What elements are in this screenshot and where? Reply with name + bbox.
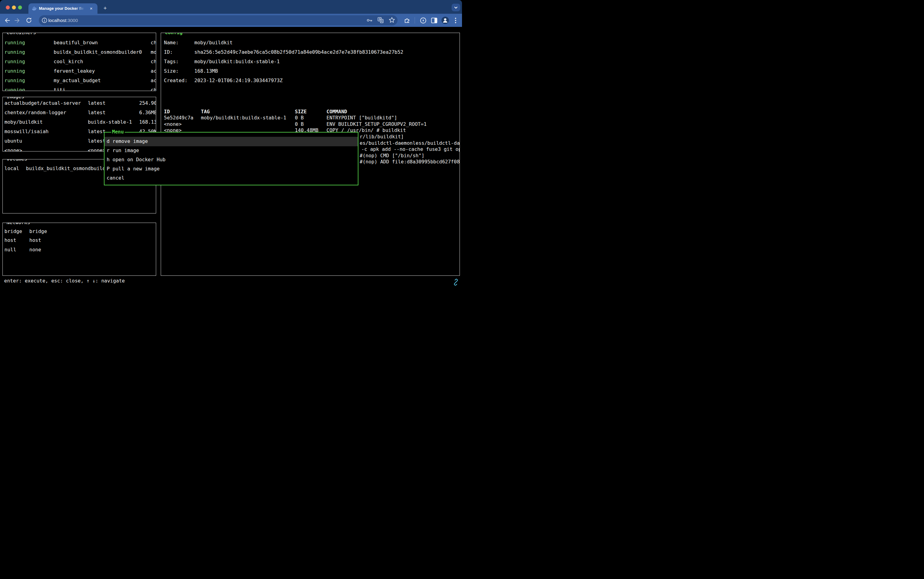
profile-avatar[interactable] [441, 16, 449, 25]
image-row[interactable]: moby/buildkitbuildx-stable-1168.13MB [3, 119, 156, 125]
layer-command: ENTRYPOINT ["buildkitd"] [327, 115, 397, 121]
traffic-light-zoom[interactable] [18, 5, 22, 10]
container-status: running [5, 68, 25, 74]
translate-icon[interactable]: G [377, 17, 384, 25]
container-row[interactable]: runningmy_actual_budgetact [3, 78, 156, 84]
config-field-label: ID: [164, 49, 173, 55]
col-header-tag: TAG [201, 109, 210, 115]
container-status: running [5, 49, 25, 55]
docker-whale-favicon [32, 6, 37, 12]
container-image: mob [151, 49, 156, 55]
network-driver: bridge [29, 229, 47, 234]
container-row[interactable]: runningcool_kirchche [3, 59, 156, 65]
reload-icon [26, 17, 32, 23]
layer-id: <none> [164, 121, 182, 128]
containers-panel-title: Containers [6, 33, 37, 36]
container-row[interactable]: runningbuildx_buildkit_osmondbuilder0mob [3, 49, 156, 55]
forward-arrow-icon [14, 17, 21, 24]
container-image: che [151, 59, 156, 65]
menu-item-cancel[interactable]: cancel [106, 175, 358, 181]
browser-menu-button[interactable] [452, 16, 460, 25]
menu-item-pull-image[interactable]: P pull a new image [106, 166, 358, 172]
tab-bar: Manage your Docker fleet wit × + [0, 0, 462, 14]
layer-tag: moby/buildkit:buildx-stable-1 [201, 115, 286, 121]
image-name: ubuntu [5, 138, 22, 144]
container-name: my_actual_budget [54, 78, 101, 84]
container-row[interactable]: runningtitiche [3, 87, 156, 91]
container-name: beautiful_brown [54, 40, 98, 46]
image-tag: latest [88, 100, 106, 106]
image-tag: latest [88, 129, 106, 135]
back-button[interactable] [3, 16, 11, 25]
network-driver: none [29, 247, 41, 253]
image-tag: <none> [88, 147, 106, 152]
site-info-icon[interactable] [41, 17, 48, 25]
bookmark-star-icon[interactable] [388, 16, 395, 25]
network-row[interactable]: nullnone [3, 247, 156, 253]
image-size: 168.13MB [139, 119, 156, 125]
config-field: Size:168.13MB [161, 68, 460, 74]
containers-panel: Containers runningbeautiful_brownche run… [2, 33, 156, 91]
container-name: cool_kirch [54, 59, 83, 65]
config-field-label: Created: [164, 78, 188, 84]
chevron-down-icon [452, 4, 460, 11]
layer-command: ENV BUILDKIT_SETUP_CGROUPV2_ROOT=1 [327, 121, 427, 128]
url-host: localhost [48, 18, 66, 23]
image-row[interactable]: chentex/random-loggerlatest6.36MB [3, 110, 156, 116]
side-panel-button[interactable] [430, 16, 438, 25]
reload-button[interactable] [25, 16, 33, 25]
network-row[interactable]: hosthost [3, 237, 156, 244]
config-field-label: Tags: [164, 59, 179, 65]
network-row[interactable]: bridgebridge [3, 229, 156, 234]
battery-saver-button[interactable] [419, 16, 427, 25]
image-row[interactable]: actualbudget/actual-serverlatest254.90MB [3, 100, 156, 106]
network-name: host [5, 237, 16, 244]
menu-item-open-dockerhub[interactable]: h open on Docker Hub [106, 157, 358, 163]
image-tag: buildx-stable-1 [88, 119, 132, 125]
image-name: mosswill/isaiah [5, 129, 49, 135]
container-status: running [5, 59, 25, 65]
container-image: act [151, 78, 156, 84]
back-arrow-icon [4, 17, 10, 24]
forward-button[interactable] [13, 16, 21, 25]
layer-row[interactable]: <none>0 BENV BUILDKIT_SETUP_CGROUPV2_ROO… [161, 121, 460, 128]
traffic-light-minimize[interactable] [12, 5, 16, 10]
container-row[interactable]: runningbeautiful_brownche [3, 40, 156, 46]
container-name: buildx_buildkit_osmondbuilder0 [54, 49, 142, 55]
networks-panel: Networks bridgebridge hosthost nullnone [2, 222, 156, 276]
context-menu-title: Menu [111, 129, 125, 135]
menu-item-run-image[interactable]: r run image [106, 147, 358, 154]
tab-search-button[interactable] [452, 4, 460, 11]
password-key-icon[interactable] [366, 17, 373, 25]
container-image: che [151, 87, 156, 91]
url-bar[interactable]: localhost:3000 G [39, 15, 398, 25]
images-panel-title: Images [6, 97, 25, 100]
image-name: chentex/random-logger [5, 110, 66, 116]
config-field-value: moby/buildkit [194, 40, 233, 46]
container-status: running [5, 78, 25, 84]
image-name: actualbudget/actual-server [5, 100, 81, 106]
tab-close-icon[interactable]: × [88, 5, 94, 11]
side-panel-icon [431, 17, 437, 23]
image-tag: latest [88, 138, 106, 144]
url-text: localhost:3000 [48, 17, 78, 23]
statusbar-help: enter: execute, esc: close, ↑ ↓: navigat… [4, 278, 125, 284]
config-field-value: moby/buildkit:buildx-stable-1 [194, 59, 280, 65]
image-tag: latest [88, 110, 106, 116]
new-tab-button[interactable]: + [102, 5, 108, 11]
config-field-value: 168.13MB [194, 68, 218, 74]
extensions-button[interactable] [403, 16, 411, 25]
layer-row[interactable]: 5e52d49c7amoby/buildkit:buildx-stable-10… [161, 115, 460, 121]
link-button[interactable] [452, 278, 460, 286]
tab-active[interactable]: Manage your Docker fleet wit × [28, 3, 97, 14]
menu-item-remove-image[interactable]: d remove image [106, 138, 358, 144]
container-row[interactable]: runningfervent_leakeyact [3, 68, 156, 74]
col-header-id: ID [164, 109, 170, 115]
puzzle-icon [404, 17, 410, 24]
traffic-light-close[interactable] [6, 5, 10, 10]
toolbar-divider [414, 17, 415, 23]
browser-toolbar: localhost:3000 G [0, 14, 462, 27]
context-menu: Menu d remove image r run image h open o… [104, 132, 359, 185]
app-content: Containers runningbeautiful_brownche run… [0, 27, 462, 290]
image-name: moby/buildkit [5, 119, 43, 125]
